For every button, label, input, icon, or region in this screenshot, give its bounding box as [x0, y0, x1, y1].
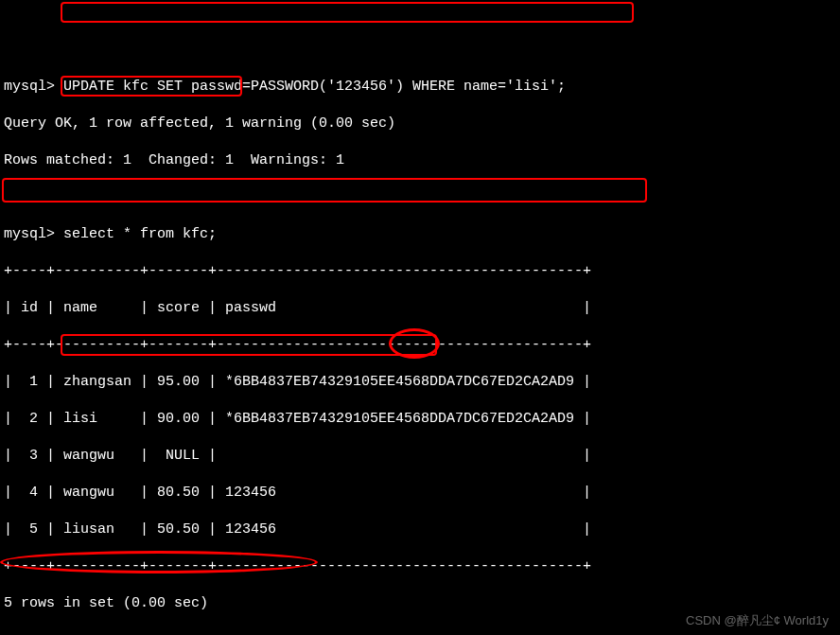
table-header: | id | name | score | passwd | [4, 299, 836, 318]
table-border: +----+----------+-------+---------------… [4, 336, 836, 355]
rows-count: 5 rows in set (0.00 sec) [4, 594, 836, 613]
table-row: | 2 | lisi | 90.00 | *6BB4837EB74329105E… [4, 410, 836, 429]
table-row: | 5 | liusan | 50.50 | 123456 | [4, 520, 836, 539]
table-border: +----+----------+-------+---------------… [4, 262, 836, 281]
blank [4, 631, 836, 635]
table-row: | 1 | zhangsan | 95.00 | *6BB4837EB74329… [4, 373, 836, 392]
output-query-ok-1: Query OK, 1 row affected, 1 warning (0.0… [4, 115, 836, 133]
output-rows-matched-1: Rows matched: 1 Changed: 1 Warnings: 1 [4, 151, 836, 170]
table-border: +----+----------+-------+---------------… [4, 557, 836, 576]
cmd-line-2[interactable]: mysql> select * from kfc; [4, 225, 836, 244]
table-row: | 3 | wangwu | NULL | | [4, 447, 836, 466]
table-row: | 4 | wangwu | 80.50 | 123456 | [4, 484, 836, 503]
highlight-cmd1 [61, 2, 634, 23]
watermark-text: CSDN @醉凡尘¢ World1y [686, 613, 829, 629]
cmd-line-1[interactable]: mysql> UPDATE kfc SET passwd=PASSWORD('1… [4, 78, 836, 97]
blank [4, 188, 836, 207]
